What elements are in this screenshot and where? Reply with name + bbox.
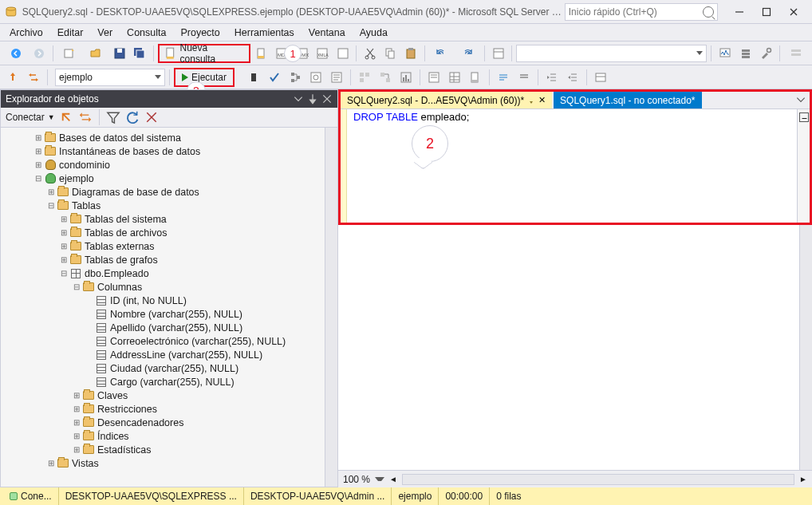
object-tree[interactable]: ⊞Bases de datos del sistema⊞Instantáneas… bbox=[1, 128, 325, 487]
tree-toggle-icon[interactable]: ⊞ bbox=[58, 215, 69, 223]
tree-row[interactable]: ⊞condominio bbox=[1, 158, 325, 172]
ejecutar-button[interactable]: Ejecutar bbox=[174, 68, 235, 87]
tree-row[interactable]: ⊞Bases de datos del sistema bbox=[1, 131, 325, 144]
copy-button[interactable] bbox=[381, 44, 400, 63]
tree-toggle-icon[interactable]: ⊞ bbox=[58, 228, 69, 237]
uncomment-button[interactable] bbox=[514, 68, 534, 87]
pin-icon[interactable] bbox=[307, 93, 318, 105]
cut-button[interactable] bbox=[361, 44, 379, 63]
query-options-button[interactable] bbox=[306, 68, 325, 87]
tree-toggle-icon[interactable]: ⊟ bbox=[33, 174, 44, 183]
tree-toggle-icon[interactable]: ⊞ bbox=[71, 418, 82, 427]
include-stats-button[interactable] bbox=[396, 68, 416, 87]
tree-row[interactable]: ⊟dbo.Empleado bbox=[1, 266, 325, 280]
zoom-dropdown-icon[interactable] bbox=[375, 477, 384, 481]
connect-label[interactable]: Conectar bbox=[6, 112, 45, 123]
tree-row[interactable]: ⊞Índices bbox=[1, 429, 325, 443]
dropdown-icon[interactable] bbox=[293, 93, 304, 105]
results-text-button[interactable] bbox=[424, 68, 443, 87]
tree-toggle-icon[interactable]: ⊞ bbox=[45, 187, 57, 196]
nav-back-button[interactable] bbox=[3, 44, 28, 63]
nav-forward-button[interactable] bbox=[30, 44, 48, 63]
menu-consulta[interactable]: Consulta bbox=[120, 26, 172, 40]
indent-button[interactable] bbox=[542, 68, 562, 87]
vertical-scrollbar[interactable] bbox=[799, 225, 812, 470]
open-button[interactable] bbox=[84, 44, 108, 63]
filter-button[interactable] bbox=[105, 109, 121, 125]
collapse-toggle-icon[interactable]: ‒ bbox=[799, 112, 809, 122]
close-icon[interactable]: ✕ bbox=[538, 95, 546, 105]
tree-toggle-icon[interactable]: ⊟ bbox=[45, 201, 57, 210]
outdent-button[interactable] bbox=[563, 68, 582, 87]
tree-toggle-icon[interactable]: ⊞ bbox=[58, 242, 69, 251]
close-icon[interactable] bbox=[321, 93, 333, 105]
results-grid-button[interactable] bbox=[445, 68, 464, 87]
tree-toggle-icon[interactable]: ⊟ bbox=[71, 282, 82, 291]
refresh-button[interactable] bbox=[124, 109, 140, 125]
quick-launch-input[interactable] bbox=[569, 6, 703, 18]
tree-row[interactable]: Correoelectrónico (varchar(255), NULL) bbox=[1, 334, 325, 348]
menu-ventana[interactable]: Ventana bbox=[302, 26, 352, 40]
include-live-button[interactable] bbox=[376, 68, 395, 87]
menu-ver[interactable]: Ver bbox=[91, 26, 119, 40]
horizontal-scrollbar[interactable] bbox=[402, 474, 794, 485]
tree-toggle-icon[interactable]: ⊞ bbox=[45, 459, 57, 468]
maximize-button[interactable] bbox=[753, 2, 780, 22]
tree-row[interactable]: Apellido (varchar(255), NULL) bbox=[1, 321, 325, 334]
tree-row[interactable]: ⊞Tablas externas bbox=[1, 239, 325, 253]
tree-row[interactable]: ⊞Restricciones bbox=[1, 402, 325, 416]
menu-herramientas[interactable]: Herramientas bbox=[228, 26, 301, 40]
tree-row[interactable]: ⊞Claves bbox=[1, 389, 325, 402]
editor-lower-area[interactable] bbox=[338, 225, 812, 470]
tree-toggle-icon[interactable]: ⊞ bbox=[71, 432, 82, 440]
specify-values-button[interactable] bbox=[591, 68, 610, 87]
view-options-button[interactable] bbox=[784, 44, 809, 63]
stop-button[interactable] bbox=[144, 109, 160, 125]
redo-button[interactable] bbox=[455, 44, 480, 63]
close-button[interactable] bbox=[780, 2, 807, 22]
tree-toggle-icon[interactable]: ⊞ bbox=[58, 255, 69, 264]
vertical-scrollbar[interactable] bbox=[325, 128, 337, 487]
results-file-button[interactable] bbox=[466, 68, 485, 87]
tree-row[interactable]: AddressLine (varchar(255), NULL) bbox=[1, 348, 325, 361]
tree-row[interactable]: ⊞Desencadenadores bbox=[1, 416, 325, 429]
include-plan-button[interactable] bbox=[355, 68, 374, 87]
menu-editar[interactable]: Editar bbox=[51, 26, 90, 40]
activity-monitor-button[interactable] bbox=[715, 44, 734, 63]
tree-row[interactable]: Ciudad (varchar(255), NULL) bbox=[1, 361, 325, 375]
quick-launch-box[interactable] bbox=[565, 3, 718, 21]
paste-button[interactable] bbox=[401, 44, 420, 63]
tab-overflow-button[interactable] bbox=[795, 94, 806, 105]
registered-servers-button[interactable] bbox=[736, 44, 755, 63]
tree-toggle-icon[interactable]: ⊟ bbox=[58, 269, 69, 278]
display-plan-button[interactable] bbox=[286, 68, 305, 87]
parse-button[interactable] bbox=[265, 68, 284, 87]
intellisense-button[interactable] bbox=[327, 68, 346, 87]
use-db-button[interactable] bbox=[3, 68, 22, 87]
tree-row[interactable]: ⊞Vistas bbox=[1, 456, 325, 470]
analysis-query-button[interactable] bbox=[333, 44, 352, 63]
minimize-button[interactable] bbox=[726, 2, 753, 22]
solution-config-combo[interactable] bbox=[516, 45, 707, 62]
menu-ayuda[interactable]: Ayuda bbox=[353, 26, 394, 40]
tab-sqlquery1[interactable]: SQLQuery1.sql - no conectado* bbox=[554, 92, 701, 108]
tree-row[interactable]: Nombre (varchar(255), NULL) bbox=[1, 307, 325, 321]
xmla-query-button[interactable]: XMLA bbox=[313, 44, 331, 63]
new-project-button[interactable] bbox=[57, 44, 82, 63]
code-editor[interactable]: DROP TABLE empleado; ‒ bbox=[341, 109, 810, 223]
tree-row[interactable]: ⊟ejemplo bbox=[1, 172, 325, 185]
filter-icon[interactable] bbox=[77, 109, 93, 125]
disconnect-button[interactable] bbox=[58, 109, 74, 125]
tree-row[interactable]: Cargo (varchar(255), NULL) bbox=[1, 375, 325, 389]
tree-row[interactable]: ⊞Tablas del sistema bbox=[1, 212, 325, 226]
query-file-button[interactable] bbox=[252, 44, 270, 63]
save-all-button[interactable] bbox=[131, 44, 149, 63]
zoom-value[interactable]: 100 % bbox=[343, 474, 370, 485]
comment-button[interactable] bbox=[494, 68, 513, 87]
code-content[interactable]: DROP TABLE empleado; bbox=[347, 109, 797, 223]
database-selector[interactable]: ejemplo bbox=[55, 69, 165, 86]
tree-toggle-icon[interactable]: ⊞ bbox=[71, 445, 82, 454]
tab-sqlquery2[interactable]: SQLQuery2.sql - D...AE5VQ\Admin (60))* ✕ bbox=[341, 92, 552, 108]
tree-toggle-icon[interactable]: ⊞ bbox=[33, 133, 44, 142]
nueva-consulta-button[interactable]: Nueva consulta bbox=[158, 44, 250, 63]
